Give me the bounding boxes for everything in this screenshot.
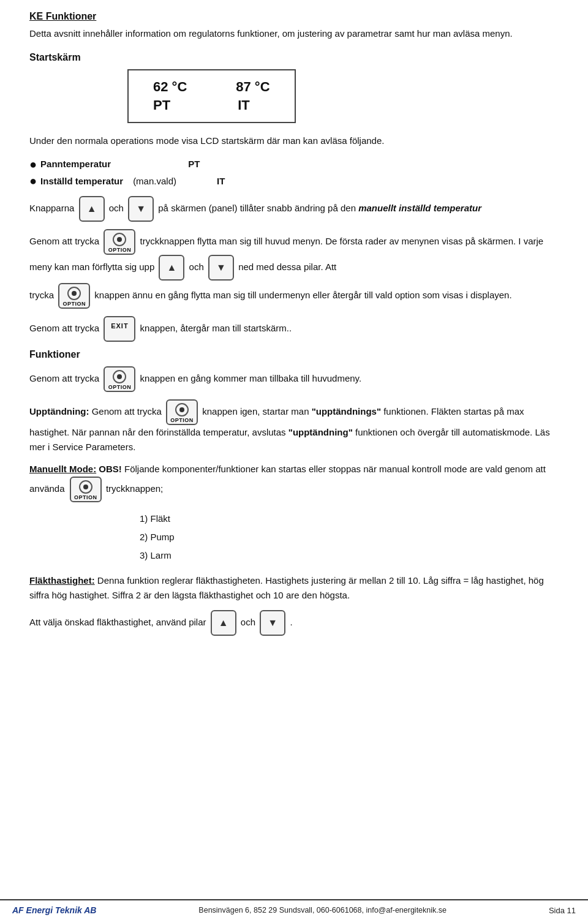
bullet-dot-1: ● [29, 158, 37, 170]
option-button-1[interactable]: OPTION [104, 229, 135, 255]
funktioner-heading: Funktioner [29, 349, 559, 360]
knapparna-para: Knapparna och på skärmen (panel) tillåte… [29, 196, 559, 222]
trycka-para: trycka OPTION knappen ännu en gång flytt… [29, 283, 559, 309]
page-content: KE Funktioner Detta avsnitt innehåller i… [0, 0, 588, 692]
ned-text: ned med dessa pilar. Att [238, 262, 336, 272]
period-text: . [290, 617, 292, 627]
bullet-section: ● Panntemperatur PT ● Inställd temperatu… [29, 156, 559, 189]
genom-text-1: Genom att trycka [29, 236, 99, 246]
manual-mode-end: tryckknappen; [106, 483, 163, 494]
bullet-label-1: Panntemperatur [40, 156, 111, 172]
funk-text-1: Genom att trycka [29, 373, 99, 383]
exit-para: Genom att trycka EXIT knappen, återgår m… [29, 316, 559, 342]
att-valja-text: Att välja önskad fläkthastighet, använd … [29, 617, 206, 627]
page-number: Sida 11 [549, 906, 576, 915]
up-button-3[interactable] [211, 610, 236, 636]
lcd-label-right: IT [238, 97, 250, 113]
manual-mode-para: Manuellt Mode: OBS! Följande komponenter… [29, 462, 559, 502]
och-text-2: och [189, 262, 204, 272]
down-button-2[interactable] [208, 255, 234, 281]
flakthastighet-para: Fläkthastighet: Denna funktion reglerar … [29, 573, 559, 603]
funk-end-1: knappen en gång kommer man tillbaka till… [140, 373, 362, 383]
under-lcd-text: Under den normala operations mode visa L… [29, 134, 559, 148]
funk-para-1: Genom att trycka OPTION knappen en gång … [29, 366, 559, 392]
down-button-3[interactable] [260, 610, 285, 636]
list-item-1: 1) Fläkt [140, 510, 559, 528]
down-button-1[interactable] [128, 196, 154, 222]
startskarm-heading: Startskärm [29, 52, 559, 63]
och-text-1: och [109, 203, 124, 213]
manual-temp-text: manuellt inställd temperatur [358, 203, 481, 213]
footer-logo: AF Energi Teknik AB [12, 905, 96, 915]
option-button-2[interactable]: OPTION [58, 283, 90, 309]
upptandning-label: Upptändning: [29, 406, 89, 417]
option-button-5[interactable]: OPTION [70, 477, 102, 502]
flakthastighet-text: Denna funktion reglerar fläkthastigheten… [29, 575, 544, 600]
bullet-label-2: Inställd temperatur [40, 173, 123, 189]
och-text-3: och [241, 617, 255, 627]
exit-end: knappen, återgår man till startskärm.. [140, 323, 292, 333]
bullet-value-1: PT [188, 156, 200, 172]
manual-mode-obs: OBS! [99, 464, 122, 474]
panel-text: på skärmen (panel) tillåter snabb ändrin… [158, 203, 356, 213]
trycka-text: trycka [29, 290, 56, 300]
intro-text: Detta avsnitt innehåller information om … [29, 27, 559, 41]
list-item-2: 2) Pump [140, 528, 559, 546]
option-button-4[interactable]: OPTION [166, 399, 198, 425]
lcd-label-left: PT [153, 97, 170, 113]
footer-bar: AF Energi Teknik AB Bensinvägen 6, 852 2… [0, 899, 588, 920]
list-item-3: 3) Larm [140, 546, 559, 565]
exit-text-1: Genom att trycka [29, 323, 99, 333]
bullet-sub-2: (man.vald) [133, 173, 176, 189]
page-title: KE Funktioner [29, 11, 559, 22]
option-button-3[interactable]: OPTION [104, 366, 135, 392]
upptandning-para: Upptändning: Genom att trycka OPTION kna… [29, 399, 559, 454]
upptandning-mid: Genom att trycka [92, 406, 164, 417]
exit-button[interactable]: EXIT [104, 316, 135, 342]
knapparna-text: Knapparna [29, 203, 74, 213]
bullet-dot-2: ● [29, 175, 37, 187]
lcd-temp-left: 62 °C [153, 79, 187, 95]
list-section: 1) Fläkt 2) Pump 3) Larm [140, 510, 559, 565]
genom-para-1: Genom att trycka OPTION tryckknappen fly… [29, 229, 559, 281]
up-button-2[interactable] [159, 255, 184, 281]
lcd-display: 62 °C 87 °C PT IT [127, 69, 296, 123]
bullet-value-2: IT [217, 173, 225, 189]
knappen-end: knappen ännu en gång flytta man sig till… [94, 290, 511, 300]
lcd-temp-right: 87 °C [236, 79, 270, 95]
footer-info: Bensinvägen 6, 852 29 Sundsvall, 060-606… [198, 906, 447, 914]
att-valja-para: Att välja önskad fläkthastighet, använd … [29, 610, 559, 636]
up-button-1[interactable] [79, 196, 105, 222]
manual-mode-label: Manuellt Mode: [29, 464, 96, 474]
flakthastighet-label: Fläkthastighet: [29, 575, 95, 586]
